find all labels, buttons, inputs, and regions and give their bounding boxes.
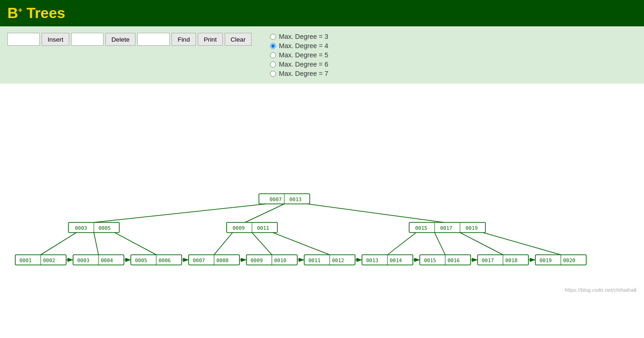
leaf7-key2: 0014 bbox=[390, 258, 402, 264]
l2-right-key1: 0015 bbox=[415, 225, 428, 231]
print-button[interactable]: Print bbox=[198, 33, 223, 46]
insert-button[interactable]: Insert bbox=[42, 33, 69, 46]
edge-l2left-leaf2 bbox=[94, 233, 98, 255]
controls-left: Insert Delete Find Print Clear bbox=[7, 33, 251, 46]
find-button[interactable]: Find bbox=[172, 33, 196, 46]
degree-7-label: Max. Degree = 7 bbox=[279, 70, 328, 77]
root-key2: 0013 bbox=[289, 197, 302, 203]
degree-4-radio[interactable] bbox=[270, 43, 276, 49]
leaf7-key1: 0013 bbox=[366, 258, 379, 264]
degree-4-label: Max. Degree = 4 bbox=[279, 42, 328, 49]
watermark: https://blog.csdn.net/chihaihай bbox=[564, 287, 637, 293]
leaf8-key2: 0016 bbox=[448, 258, 460, 264]
l2-left-key2: 0005 bbox=[98, 225, 111, 231]
l2-left-key1: 0003 bbox=[75, 225, 87, 231]
leaf6-key2: 0012 bbox=[332, 258, 344, 264]
leaf10-key1: 0019 bbox=[540, 258, 552, 264]
degree-controls: Max. Degree = 3 Max. Degree = 4 Max. Deg… bbox=[270, 33, 328, 77]
edge-l2mid-leaf5 bbox=[252, 233, 272, 255]
leaf2-key2: 0004 bbox=[101, 258, 113, 264]
degree-4-option[interactable]: Max. Degree = 4 bbox=[270, 42, 328, 49]
tree-svg: 0007 0013 0003 0005 0009 0011 0015 0017 … bbox=[0, 84, 644, 296]
degree-5-radio[interactable] bbox=[270, 52, 276, 58]
leaf4-key2: 0008 bbox=[216, 258, 229, 264]
edge-l2right-leaf10 bbox=[483, 233, 561, 255]
title-superscript: + bbox=[18, 6, 22, 14]
edge-l2right-leaf8 bbox=[435, 233, 445, 255]
degree-7-radio[interactable] bbox=[270, 71, 276, 77]
app-header: B+ Trees bbox=[0, 0, 644, 26]
degree-5-option[interactable]: Max. Degree = 5 bbox=[270, 51, 328, 59]
l2-mid-key1: 0009 bbox=[233, 225, 245, 231]
edge-l2left-leaf3 bbox=[115, 233, 156, 255]
degree-7-option[interactable]: Max. Degree = 7 bbox=[270, 70, 328, 77]
leaf5-key2: 0010 bbox=[274, 258, 287, 264]
tree-canvas: 0007 0013 0003 0005 0009 0011 0015 0017 … bbox=[0, 84, 644, 296]
degree-6-label: Max. Degree = 6 bbox=[279, 61, 328, 68]
leaf3-key2: 0006 bbox=[159, 258, 171, 264]
edge-l2right-leaf7 bbox=[387, 233, 416, 255]
leaf8-key1: 0015 bbox=[424, 258, 436, 264]
app-title: B+ Trees bbox=[7, 5, 65, 22]
l2-right-key2: 0017 bbox=[440, 225, 453, 231]
find-input[interactable] bbox=[137, 33, 170, 46]
edge-root-l2left bbox=[94, 204, 266, 222]
root-key1: 0007 bbox=[270, 197, 282, 203]
l2-right-key3: 0019 bbox=[466, 225, 478, 231]
edge-l2mid-leaf4 bbox=[214, 233, 233, 255]
edge-l2left-leaf1 bbox=[41, 233, 76, 255]
delete-button[interactable]: Delete bbox=[105, 33, 135, 46]
insert-input[interactable] bbox=[7, 33, 40, 46]
clear-button[interactable]: Clear bbox=[225, 33, 251, 46]
leaf5-key1: 0009 bbox=[251, 258, 263, 264]
edge-l2right-leaf9 bbox=[460, 233, 503, 255]
leaf3-key1: 0005 bbox=[135, 258, 147, 264]
leaf6-key1: 0011 bbox=[308, 258, 321, 264]
degree-3-option[interactable]: Max. Degree = 3 bbox=[270, 33, 328, 40]
degree-6-option[interactable]: Max. Degree = 6 bbox=[270, 61, 328, 68]
degree-6-radio[interactable] bbox=[270, 61, 276, 68]
edge-root-l2mid bbox=[245, 204, 284, 222]
leaf1-key1: 0001 bbox=[19, 258, 32, 264]
edge-l2mid-leaf6 bbox=[273, 233, 330, 255]
l2-mid-key2: 0011 bbox=[257, 225, 270, 231]
leaf1-key2: 0002 bbox=[43, 258, 55, 264]
degree-3-label: Max. Degree = 3 bbox=[279, 33, 328, 40]
edge-root-l2right bbox=[307, 204, 444, 222]
leaf2-key1: 0003 bbox=[77, 258, 90, 264]
toolbar: Insert Delete Find Print Clear Max. Degr… bbox=[0, 26, 644, 84]
leaf9-key2: 0018 bbox=[505, 258, 518, 264]
leaf4-key1: 0007 bbox=[193, 258, 205, 264]
leaf9-key1: 0017 bbox=[482, 258, 494, 264]
degree-5-label: Max. Degree = 5 bbox=[279, 51, 328, 59]
degree-3-radio[interactable] bbox=[270, 34, 276, 40]
delete-input[interactable] bbox=[71, 33, 104, 46]
leaf10-key2: 0020 bbox=[563, 258, 576, 264]
